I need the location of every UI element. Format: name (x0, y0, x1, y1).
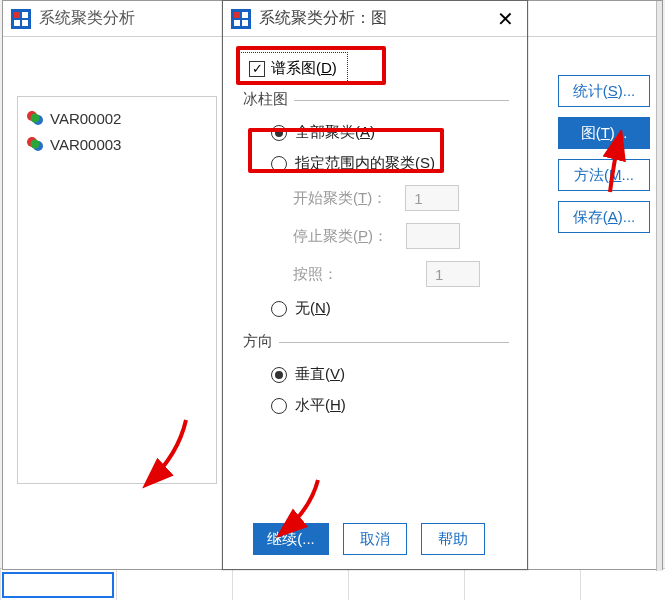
variable-list[interactable]: VAR00002 VAR00003 (17, 96, 217, 484)
icicle-none-radio[interactable]: 无(N) (269, 293, 509, 324)
svg-point-10 (31, 140, 40, 149)
save-button[interactable]: 保存(A)... (558, 201, 650, 233)
spreadsheet-active-cell[interactable] (2, 572, 114, 598)
dendrogram-label: 谱系图(D) (271, 59, 337, 78)
app-icon (11, 9, 31, 29)
svg-rect-13 (242, 12, 248, 18)
sub-body: 谱系图(D) 冰柱图 全部聚类(A) 指定范围内的聚类(S) 开始聚类(T)： … (223, 37, 527, 431)
icicle-none-label: 无(N) (295, 299, 331, 318)
checkbox-icon (249, 61, 265, 77)
icicle-fieldset: 冰柱图 全部聚类(A) 指定范围内的聚类(S) 开始聚类(T)： 1 停止聚类(… (241, 100, 509, 324)
scale-variable-icon (26, 135, 44, 153)
right-edge-strip (656, 1, 662, 571)
svg-point-7 (31, 114, 40, 123)
svg-rect-2 (22, 12, 28, 18)
radio-icon (271, 398, 287, 414)
radio-icon (271, 125, 287, 141)
icicle-all-radio[interactable]: 全部聚类(A) (269, 117, 509, 148)
plots-subdialog: 系统聚类分析：图 ✕ 谱系图(D) 冰柱图 全部聚类(A) 指定范围内的聚类(S… (222, 0, 528, 570)
start-cluster-input[interactable]: 1 (405, 185, 459, 211)
app-icon (231, 9, 251, 29)
method-button[interactable]: 方法(M... (558, 159, 650, 191)
svg-rect-4 (22, 20, 28, 26)
sub-titlebar: 系统聚类分析：图 ✕ (223, 1, 527, 37)
orientation-horizontal-radio[interactable]: 水平(H) (269, 390, 509, 421)
dendrogram-checkbox-row[interactable]: 谱系图(D) (241, 55, 345, 82)
stop-cluster-row: 停止聚类(P)： (291, 217, 509, 255)
sub-bottom-bar: 继续(... 取消 帮助 (223, 523, 527, 555)
svg-rect-14 (234, 20, 240, 26)
side-button-column: 统计(S)... 图(T)... 方法(M... 保存(A)... (558, 75, 650, 233)
scale-variable-icon (26, 109, 44, 127)
orientation-fieldset: 方向 垂直(V) 水平(H) (241, 342, 509, 421)
sub-dialog-title: 系统聚类分析：图 (259, 8, 491, 29)
by-row: 按照： 1 (291, 255, 509, 293)
radio-icon (271, 367, 287, 383)
orientation-horizontal-label: 水平(H) (295, 396, 346, 415)
variable-name: VAR00002 (50, 110, 121, 127)
start-cluster-label: 开始聚类(T)： (293, 189, 387, 208)
continue-button[interactable]: 继续(... (253, 523, 329, 555)
icicle-legend: 冰柱图 (237, 90, 294, 109)
cancel-button[interactable]: 取消 (343, 523, 407, 555)
stop-cluster-label: 停止聚类(P)： (293, 227, 388, 246)
list-item[interactable]: VAR00003 (24, 131, 210, 157)
svg-rect-1 (14, 12, 20, 18)
help-button[interactable]: 帮助 (421, 523, 485, 555)
by-label: 按照： (293, 265, 338, 284)
icicle-all-label: 全部聚类(A) (295, 123, 375, 142)
variable-name: VAR00003 (50, 136, 121, 153)
orientation-vertical-label: 垂直(V) (295, 365, 345, 384)
radio-icon (271, 301, 287, 317)
main-dialog-title: 系统聚类分析 (39, 8, 135, 29)
close-icon[interactable]: ✕ (491, 5, 519, 33)
stop-cluster-input[interactable] (406, 223, 460, 249)
svg-rect-15 (242, 20, 248, 26)
icicle-range-label: 指定范围内的聚类(S) (295, 154, 435, 173)
svg-rect-3 (14, 20, 20, 26)
plots-button[interactable]: 图(T)... (558, 117, 650, 149)
orientation-legend: 方向 (237, 332, 279, 351)
start-cluster-row: 开始聚类(T)： 1 (291, 179, 509, 217)
orientation-vertical-radio[interactable]: 垂直(V) (269, 359, 509, 390)
by-input[interactable]: 1 (426, 261, 480, 287)
radio-icon (271, 156, 287, 172)
svg-rect-12 (234, 12, 240, 18)
statistics-button[interactable]: 统计(S)... (558, 75, 650, 107)
icicle-range-radio[interactable]: 指定范围内的聚类(S) (269, 148, 509, 179)
list-item[interactable]: VAR00002 (24, 105, 210, 131)
